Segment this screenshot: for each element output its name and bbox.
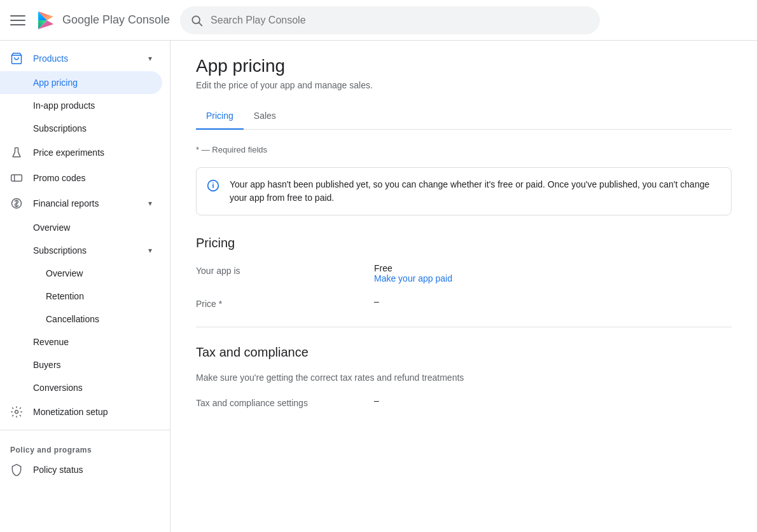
sidebar-item-overview[interactable]: Overview xyxy=(0,216,162,239)
policy-status-label: Policy status xyxy=(33,465,83,475)
products-chevron: ▾ xyxy=(148,54,152,63)
sidebar-item-buyers[interactable]: Buyers xyxy=(0,353,162,376)
flask-icon xyxy=(10,146,23,159)
header: Google Play Console xyxy=(0,0,757,41)
tax-value: – xyxy=(374,395,732,406)
sidebar-item-retention[interactable]: Retention xyxy=(0,285,162,308)
shield-icon xyxy=(10,463,23,476)
financial-reports-label: Financial reports xyxy=(33,198,99,208)
buyers-label: Buyers xyxy=(33,360,61,370)
conversions-label: Conversions xyxy=(33,383,83,393)
sidebar-item-subscriptions-parent[interactable]: Subscriptions ▾ xyxy=(0,239,162,262)
sidebar-item-monetization-setup[interactable]: Monetization setup xyxy=(0,399,162,425)
sidebar: Products ▾ App pricing In-app products S… xyxy=(0,41,170,532)
svg-rect-7 xyxy=(11,175,22,181)
price-experiments-label: Price experiments xyxy=(33,147,104,158)
policy-programs-label: Policy and programs xyxy=(0,435,170,457)
sidebar-item-cancellations[interactable]: Cancellations xyxy=(0,308,162,331)
layout: Products ▾ App pricing In-app products S… xyxy=(0,41,757,532)
price-row: Price * – xyxy=(196,296,732,309)
svg-line-5 xyxy=(199,22,202,25)
tax-value-container: – xyxy=(374,395,732,406)
monetization-setup-label: Monetization setup xyxy=(33,407,108,417)
search-bar[interactable] xyxy=(180,6,600,34)
page-subtitle: Edit the price of your app and manage sa… xyxy=(196,80,732,90)
sidebar-item-sub-overview[interactable]: Overview xyxy=(0,262,162,285)
info-icon xyxy=(207,179,219,192)
promo-icon xyxy=(10,172,23,184)
sidebar-item-policy-status[interactable]: Policy status xyxy=(0,457,162,482)
subscriptions-parent-label: Subscriptions xyxy=(33,245,87,256)
make-paid-link[interactable]: Make your app paid xyxy=(374,273,452,283)
subscriptions-parent-chevron: ▾ xyxy=(148,246,152,255)
search-input[interactable] xyxy=(211,15,590,26)
svg-point-13 xyxy=(212,182,214,184)
sidebar-item-financial-reports[interactable]: Financial reports ▾ xyxy=(0,191,162,216)
your-app-is-row: Your app is Free Make your app paid xyxy=(196,263,732,283)
sidebar-item-promo-codes[interactable]: Promo codes xyxy=(0,165,162,191)
price-value-container: – xyxy=(374,296,732,306)
cart-icon xyxy=(10,52,23,65)
in-app-products-label: In-app products xyxy=(33,100,95,111)
sub-overview-label: Overview xyxy=(46,268,83,278)
retention-label: Retention xyxy=(46,291,84,301)
pricing-section-title: Pricing xyxy=(196,236,732,250)
your-app-is-value: Free xyxy=(374,263,732,273)
promo-codes-label: Promo codes xyxy=(33,173,85,183)
overview-label: Overview xyxy=(33,222,70,233)
search-icon xyxy=(190,14,203,27)
google-play-logo-icon xyxy=(36,10,56,31)
sidebar-divider xyxy=(0,430,170,430)
price-label: Price * xyxy=(196,296,374,309)
sidebar-item-products[interactable]: Products ▾ xyxy=(0,46,162,71)
svg-point-10 xyxy=(15,411,18,414)
sidebar-item-revenue[interactable]: Revenue xyxy=(0,331,162,353)
sidebar-item-subscriptions[interactable]: Subscriptions xyxy=(0,117,162,140)
info-banner-text: Your app hasn't been published yet, so y… xyxy=(230,178,721,205)
gear-icon xyxy=(10,406,23,418)
section-divider xyxy=(196,327,732,327)
products-label: Products xyxy=(33,53,68,64)
tax-label: Tax and compliance settings xyxy=(196,395,374,408)
financial-chevron: ▾ xyxy=(148,199,152,208)
tab-sales[interactable]: Sales xyxy=(244,103,286,130)
hamburger-menu[interactable] xyxy=(10,13,25,28)
your-app-is-label: Your app is xyxy=(196,263,374,276)
tax-section-title: Tax and compliance xyxy=(196,345,732,360)
sidebar-item-app-pricing[interactable]: App pricing xyxy=(0,71,162,94)
logo[interactable]: Google Play Console xyxy=(36,10,170,31)
revenue-label: Revenue xyxy=(33,337,69,347)
subscriptions-label: Subscriptions xyxy=(33,123,87,133)
price-value: – xyxy=(374,296,732,306)
tab-pricing[interactable]: Pricing xyxy=(196,103,244,130)
info-banner: Your app hasn't been published yet, so y… xyxy=(196,167,732,215)
sidebar-item-conversions[interactable]: Conversions xyxy=(0,376,162,399)
tabs: Pricing Sales xyxy=(196,103,732,130)
sidebar-item-price-experiments[interactable]: Price experiments xyxy=(0,140,162,165)
logo-text: Google Play Console xyxy=(62,13,170,27)
dollar-icon xyxy=(10,197,23,210)
sidebar-item-in-app-products[interactable]: In-app products xyxy=(0,94,162,117)
tax-subtitle: Make sure you're getting the correct tax… xyxy=(196,372,732,383)
required-note: * — Required fields xyxy=(196,145,732,154)
main-content: App pricing Edit the price of your app a… xyxy=(170,41,757,532)
app-pricing-label: App pricing xyxy=(33,78,78,88)
your-app-is-value-container: Free Make your app paid xyxy=(374,263,732,283)
tax-settings-row: Tax and compliance settings – xyxy=(196,395,732,408)
cancellations-label: Cancellations xyxy=(46,314,99,324)
page-title: App pricing xyxy=(196,56,732,76)
